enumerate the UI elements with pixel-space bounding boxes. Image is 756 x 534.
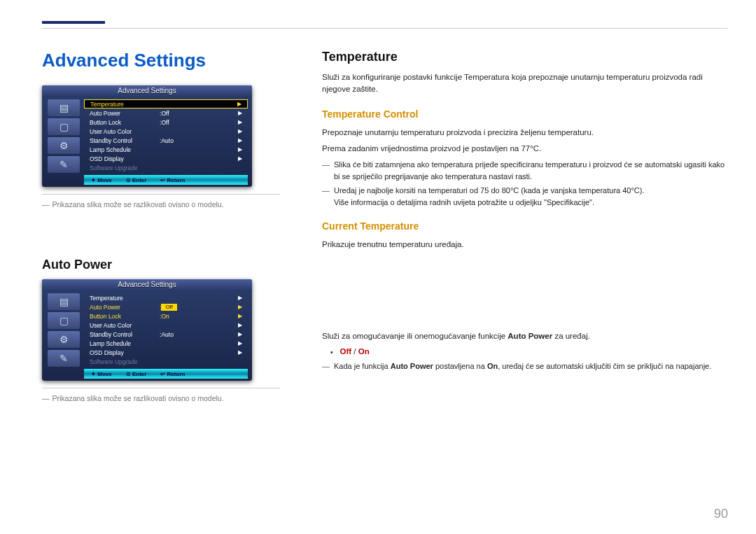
osd-move-label: ✦ Move — [91, 371, 112, 377]
osd-menu-list: Temperature▶ Auto Power: Off▶ Button Loc… — [84, 99, 248, 172]
opt-on: On — [358, 347, 370, 356]
osd-icon-2: ▢ — [48, 118, 80, 135]
osd-icon-4: ✎ — [48, 156, 80, 173]
temp-control-note-2: ― Uređaj je najbolje korsiti na temperat… — [322, 185, 728, 208]
chevron-right-icon: ▶ — [238, 146, 242, 153]
osd-move-label: ✦ Move — [91, 177, 112, 183]
osd-bottom-bar: ✦ Move ⊙ Enter ↩ Return — [84, 175, 248, 185]
temperature-intro: Služi za konfiguriranje postavki funkcij… — [322, 71, 728, 96]
chevron-right-icon: ▶ — [238, 128, 242, 134]
osd-row-software-upgrade: Software Upgrade — [84, 163, 248, 172]
osd-title: Advanced Settings — [42, 85, 252, 96]
page-number: 90 — [714, 507, 728, 521]
chevron-right-icon: ▶ — [238, 110, 242, 116]
chevron-right-icon: ▶ — [238, 304, 242, 310]
osd-row-osd-display: OSD Display▶ — [84, 154, 248, 163]
auto-power-intro: Služi za omogućavanje ili onemogućavanje… — [322, 330, 728, 342]
page-columns: Advanced Settings Advanced Settings ▤ ▢ … — [42, 50, 728, 402]
osd-row-standby-control: Standby Control: Auto▶ — [84, 330, 248, 339]
chevron-right-icon: ▶ — [238, 349, 242, 356]
auto-power-note: ― Kada je funkcija Auto Power postavljen… — [322, 360, 728, 372]
osd-row-osd-display: OSD Display▶ — [84, 348, 248, 357]
osd-icon-4: ✎ — [48, 350, 80, 367]
osd-row-lamp-schedule: Lamp Schedule▶ — [84, 339, 248, 348]
chevron-right-icon: ▶ — [238, 295, 242, 301]
chevron-right-icon: ▶ — [238, 155, 242, 162]
osd-sidebar-icons: ▤ ▢ ⚙ ✎ — [48, 99, 80, 173]
osd-row-standby-control: Standby Control: Auto▶ — [84, 136, 248, 145]
image-disclaimer-1: ―Prikazana slika može se razlikovati ovi… — [42, 200, 280, 209]
osd-menu-list: Temperature▶ Auto Power: Off▶ Button Loc… — [84, 293, 248, 366]
temperature-heading: Temperature — [322, 50, 728, 64]
osd-icon-1: ▤ — [48, 99, 80, 116]
osd-screenshot-auto-power: Advanced Settings ▤ ▢ ⚙ ✎ Temperature▶ A… — [42, 279, 252, 381]
chevron-right-icon: ▶ — [238, 313, 242, 319]
osd-row-auto-power: Auto Power: Off▶ — [84, 108, 248, 118]
osd-icon-3: ⚙ — [48, 137, 80, 154]
osd-row-button-lock: Button Lock: Off▶ — [84, 118, 248, 127]
osd-title: Advanced Settings — [42, 279, 252, 290]
left-column: Advanced Settings Advanced Settings ▤ ▢ … — [42, 50, 280, 402]
opt-off: Off — [340, 347, 352, 356]
divider — [42, 388, 280, 388]
osd-icon-3: ⚙ — [48, 331, 80, 348]
auto-power-options: • Off / On — [322, 347, 728, 356]
osd-sidebar-icons: ▤ ▢ ⚙ ✎ — [48, 293, 80, 367]
divider — [42, 194, 280, 195]
osd-row-user-auto-color: User Auto Color▶ — [84, 321, 248, 330]
bullet-icon: • — [330, 347, 333, 356]
right-column: Temperature Služi za konfiguriranje post… — [322, 50, 728, 402]
chevron-right-icon: ▶ — [238, 137, 242, 143]
chevron-right-icon: ▶ — [237, 101, 241, 107]
osd-row-software-upgrade: Software Upgrade — [84, 357, 248, 366]
chevron-right-icon: ▶ — [238, 119, 242, 125]
image-disclaimer-2: ―Prikazana slika može se razlikovati ovi… — [42, 394, 280, 402]
osd-row-user-auto-color: User Auto Color▶ — [84, 127, 248, 136]
auto-power-heading: Auto Power — [42, 258, 280, 272]
current-temperature-heading: Current Temperature — [322, 220, 728, 232]
osd-bottom-bar: ✦ Move ⊙ Enter ↩ Return — [84, 369, 248, 379]
temp-control-note-1: ― Slika će biti zatamnjena ako temperatu… — [322, 159, 728, 182]
temp-control-p1: Prepoznaje unutarnju temperaturu proizvo… — [322, 127, 728, 139]
advanced-settings-heading: Advanced Settings — [42, 50, 280, 71]
osd-screenshot-temperature: Advanced Settings ▤ ▢ ⚙ ✎ Temperature▶ A… — [42, 85, 252, 187]
osd-enter-label: ⊙ Enter — [126, 177, 147, 183]
osd-icon-2: ▢ — [48, 312, 80, 329]
chevron-right-icon: ▶ — [238, 331, 242, 337]
osd-row-auto-power: Auto Power: Off▶ — [84, 302, 248, 311]
current-temp-p1: Prikazuje trenutnu temperaturu uređaja. — [322, 239, 728, 251]
osd-icon-1: ▤ — [48, 293, 80, 310]
osd-enter-label: ⊙ Enter — [126, 371, 147, 377]
header-accent-bar — [42, 21, 105, 24]
temp-control-p2: Prema zadanim vrijednostima proizvod je … — [322, 143, 728, 155]
osd-row-temperature: Temperature▶ — [84, 293, 248, 302]
temperature-control-heading: Temperature Control — [322, 108, 728, 120]
osd-return-label: ↩ Return — [160, 177, 185, 183]
osd-return-label: ↩ Return — [160, 371, 185, 377]
chevron-right-icon: ▶ — [238, 340, 242, 346]
osd-row-temperature: Temperature▶ — [84, 99, 248, 108]
header-rule — [42, 28, 728, 29]
osd-row-lamp-schedule: Lamp Schedule▶ — [84, 145, 248, 154]
osd-row-button-lock: Button Lock: On▶ — [84, 311, 248, 321]
chevron-right-icon: ▶ — [238, 322, 242, 328]
